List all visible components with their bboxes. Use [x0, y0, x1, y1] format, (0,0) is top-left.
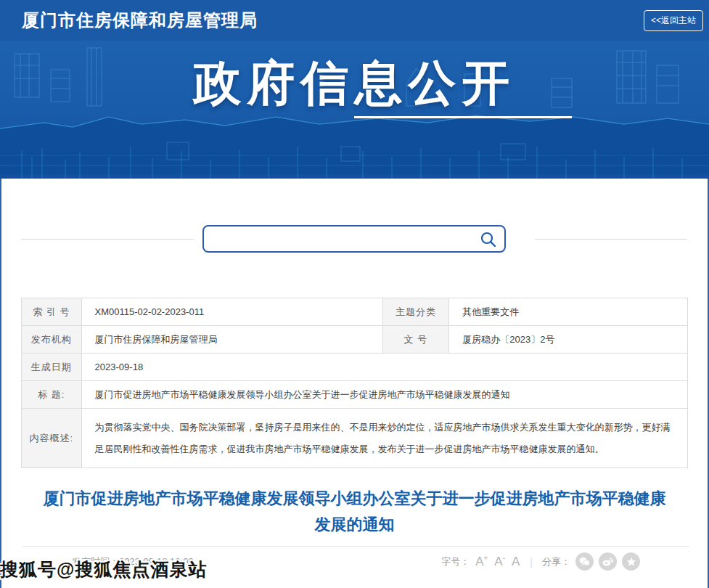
index-number-label: 索 引 号 [22, 298, 82, 326]
search-row [21, 179, 688, 253]
search-button[interactable] [478, 229, 499, 250]
font-decrease-button[interactable]: A- [493, 554, 506, 569]
banner-title: 政府信息公开 [0, 51, 709, 116]
publisher-value: 厦门市住房保障和房屋管理局 [81, 326, 382, 354]
divider-line-left [21, 239, 194, 240]
topic-category-value: 其他重要文件 [449, 298, 688, 326]
title-value: 厦门市促进房地产市场平稳健康发展领导小组办公室关于进一步促进房地产市场平稳健康发… [81, 381, 687, 409]
search-icon [480, 231, 497, 248]
summary-value: 为贯彻落实党中央、国务院决策部署，坚持房子是用来住的、不是用来炒的定位，适应房地… [81, 409, 687, 468]
publisher-label: 发布机构 [22, 326, 82, 354]
article-title: 厦门市促进房地产市场平稳健康发展领导小组办公室关于进一步促进房地产市场平稳健康发… [43, 486, 667, 538]
weibo-icon [602, 557, 613, 566]
generated-date-label: 生成日期 [22, 354, 82, 381]
favorite-share-button[interactable] [622, 552, 640, 571]
weibo-share-button[interactable] [599, 552, 617, 571]
table-row: 生成日期 2023-09-18 [22, 354, 688, 381]
banner-title-underline [354, 116, 572, 118]
star-icon [626, 557, 636, 567]
font-increase-button[interactable]: A+ [475, 554, 488, 569]
share-label: 分享： [542, 555, 570, 568]
tools-divider: | [530, 556, 533, 568]
search-input[interactable] [211, 226, 472, 251]
font-default-button[interactable]: A [511, 554, 520, 569]
search-box [202, 225, 506, 253]
document-info-table: 索 引 号 XM00115-02-02-2023-011 主题分类 其他重要文件… [21, 298, 688, 468]
back-to-main-site-button[interactable]: <<返回主站 [644, 10, 703, 31]
title-label: 标 题: [22, 381, 82, 409]
article-tools: 字号： A+ A- A | 分享： [441, 552, 640, 571]
doc-number-value: 厦房稳办〔2023〕2号 [449, 326, 688, 354]
doc-number-label: 文 号 [382, 326, 449, 354]
font-size-label: 字号： [441, 555, 470, 568]
wechat-share-button[interactable] [575, 552, 594, 571]
index-number-value: XM00115-02-02-2023-011 [81, 298, 382, 326]
table-row: 发布机构 厦门市住房保障和房屋管理局 文 号 厦房稳办〔2023〕2号 [22, 326, 688, 354]
site-title: 厦门市住房保障和房屋管理局 [22, 9, 258, 32]
content-area: 索 引 号 XM00115-02-02-2023-011 主题分类 其他重要文件… [0, 179, 709, 588]
topic-category-label: 主题分类 [382, 298, 449, 326]
summary-label: 内容概述: [22, 409, 82, 468]
wechat-icon [579, 557, 590, 566]
sohu-watermark: 搜狐号@搜狐焦点酒泉站 [0, 558, 207, 581]
gov-info-banner: 政府信息公开 [0, 41, 709, 179]
table-row: 内容概述: 为贯彻落实党中央、国务院决策部署，坚持房子是用来住的、不是用来炒的定… [22, 409, 688, 468]
table-row: 标 题: 厦门市促进房地产市场平稳健康发展领导小组办公室关于进一步促进房地产市场… [22, 381, 688, 409]
divider-line-right [535, 239, 687, 240]
generated-date-value: 2023-09-18 [81, 354, 687, 381]
table-row: 索 引 号 XM00115-02-02-2023-011 主题分类 其他重要文件 [22, 298, 688, 326]
top-header-bar: 厦门市住房保障和房屋管理局 <<返回主站 [0, 0, 709, 41]
